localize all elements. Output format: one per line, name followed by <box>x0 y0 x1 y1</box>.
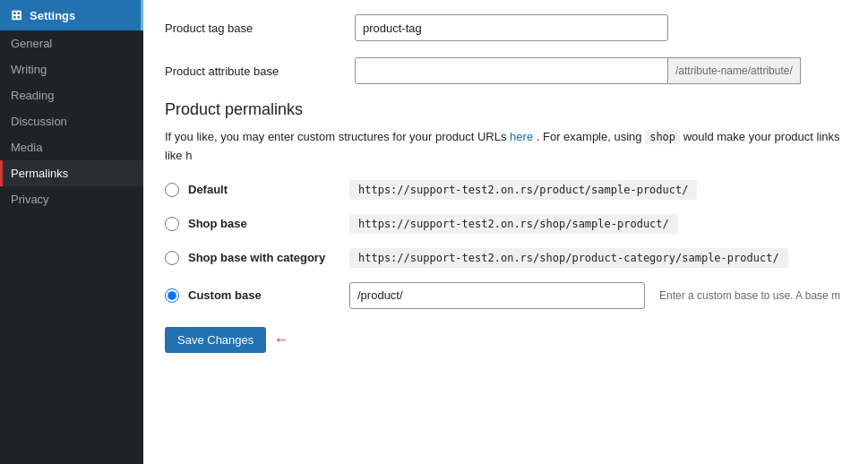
product-attribute-base-input[interactable] <box>355 57 668 84</box>
sidebar-settings-header[interactable]: ⊞ Settings <box>0 0 143 30</box>
sidebar: ⊞ Settings General Writing Reading Discu… <box>0 0 143 464</box>
product-tag-base-row: Product tag base <box>165 14 847 41</box>
permalink-shop-base-label: Shop base <box>188 217 340 230</box>
desc-text-1: If you like, you may enter custom struct… <box>165 130 506 143</box>
permalink-shop-category-radio[interactable] <box>165 251 179 265</box>
section-description: If you like, you may enter custom struct… <box>165 128 847 166</box>
permalink-custom-hint: Enter a custom base to use. A base m <box>659 289 840 302</box>
main-content: Product tag base Product attribute base … <box>143 0 868 464</box>
sidebar-item-label: General <box>11 37 52 50</box>
product-attribute-suffix: /attribute-name/attribute/ <box>668 57 801 84</box>
sidebar-item-label: Permalinks <box>11 167 68 180</box>
sidebar-item-label: Discussion <box>11 115 67 128</box>
product-attribute-base-label: Product attribute base <box>165 64 344 78</box>
permalink-shop-base-url: https://support-test2.on.rs/shop/sample-… <box>349 214 678 234</box>
permalink-custom-radio[interactable] <box>165 288 179 303</box>
permalink-custom-option: Custom base Enter a custom base to use. … <box>165 282 847 309</box>
permalink-custom-label: Custom base <box>188 288 340 302</box>
sidebar-item-label: Reading <box>11 89 54 102</box>
permalink-shop-base-radio[interactable] <box>165 217 179 231</box>
sidebar-item-permalinks[interactable]: Permalinks <box>0 160 143 186</box>
sidebar-item-reading[interactable]: Reading <box>0 82 143 108</box>
sidebar-item-privacy[interactable]: Privacy <box>0 186 143 212</box>
save-changes-button[interactable]: Save Changes <box>165 327 266 353</box>
desc-code: shop <box>645 130 680 144</box>
sidebar-settings-label: Settings <box>30 9 75 22</box>
sidebar-item-label: Writing <box>11 63 47 76</box>
permalink-default-option: Default https://support-test2.on.rs/prod… <box>165 180 847 200</box>
sidebar-item-media[interactable]: Media <box>0 134 143 160</box>
permalink-default-url: https://support-test2.on.rs/product/samp… <box>349 180 697 200</box>
sidebar-item-writing[interactable]: Writing <box>0 56 143 82</box>
product-tag-base-input[interactable] <box>355 14 668 41</box>
desc-text-4: h <box>185 149 192 162</box>
desc-link[interactable]: here <box>510 130 533 143</box>
permalink-shop-category-option: Shop base with category https://support-… <box>165 248 847 268</box>
permalink-shop-category-label: Shop base with category <box>188 251 340 264</box>
arrow-indicator: ← <box>273 331 289 349</box>
settings-icon: ⊞ <box>11 7 22 23</box>
desc-text-2: . For example, using <box>537 130 642 143</box>
save-row: Save Changes ← <box>165 327 847 353</box>
permalink-default-radio[interactable] <box>165 183 179 197</box>
product-tag-base-label: Product tag base <box>165 21 344 35</box>
product-attribute-input-wrapper: /attribute-name/attribute/ <box>355 57 801 84</box>
sidebar-item-discussion[interactable]: Discussion <box>0 108 143 134</box>
permalink-custom-input[interactable] <box>349 282 645 309</box>
sidebar-item-general[interactable]: General <box>0 30 143 56</box>
permalink-default-label: Default <box>188 183 340 196</box>
product-attribute-base-row: Product attribute base /attribute-name/a… <box>165 57 847 84</box>
permalink-shop-category-url: https://support-test2.on.rs/shop/product… <box>349 248 788 268</box>
sidebar-item-label: Media <box>11 141 42 154</box>
sidebar-item-label: Privacy <box>11 193 49 206</box>
permalink-shop-base-option: Shop base https://support-test2.on.rs/sh… <box>165 214 847 234</box>
product-permalinks-title: Product permalinks <box>165 100 847 119</box>
